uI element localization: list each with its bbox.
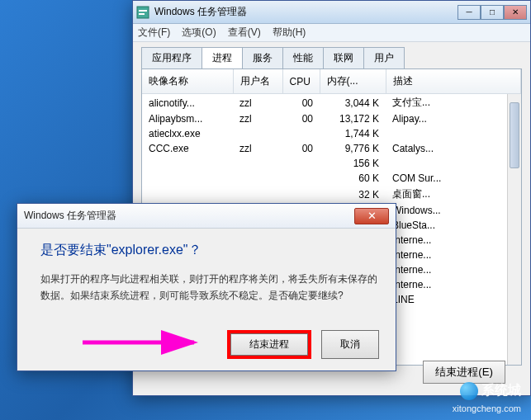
- watermark-brand: 系统城: [481, 383, 521, 397]
- svg-rect-0: [137, 7, 149, 18]
- titlebar[interactable]: Windows 任务管理器 ─ □ ✕: [133, 1, 530, 24]
- menu-file[interactable]: 文件(F): [138, 26, 170, 40]
- confirm-dialog: Windows 任务管理器 ✕ 是否要结束"explorer.exe"？ 如果打…: [17, 203, 396, 371]
- menubar: 文件(F) 选项(O) 查看(V) 帮助(H): [133, 24, 530, 42]
- app-icon: [136, 6, 149, 19]
- minimize-button[interactable]: ─: [458, 5, 481, 20]
- tab-processes[interactable]: 进程: [201, 47, 243, 68]
- col-description[interactable]: 描述: [386, 69, 521, 94]
- tab-networking[interactable]: 联网: [323, 47, 364, 68]
- menu-options[interactable]: 选项(O): [182, 26, 216, 40]
- col-image-name[interactable]: 映像名称: [142, 69, 233, 94]
- col-memory[interactable]: 内存(...: [320, 69, 386, 94]
- scrollbar[interactable]: [507, 94, 521, 365]
- table-row[interactable]: Alipaybsm...zzl0013,172 KAlipay...: [142, 111, 521, 126]
- svg-rect-2: [139, 13, 145, 15]
- confirm-end-process-button[interactable]: 结束进程: [230, 333, 308, 356]
- dialog-heading: 是否要结束"explorer.exe"？: [40, 242, 377, 259]
- scroll-thumb[interactable]: [510, 102, 519, 168]
- svg-rect-1: [139, 10, 147, 12]
- dialog-close-button[interactable]: ✕: [354, 208, 389, 224]
- tab-services[interactable]: 服务: [242, 47, 283, 68]
- col-user[interactable]: 用户名: [233, 69, 282, 94]
- dialog-titlebar[interactable]: Windows 任务管理器 ✕: [17, 204, 396, 229]
- watermark-url: xitongcheng.com: [453, 403, 521, 413]
- dialog-title-text: Windows 任务管理器: [24, 209, 354, 223]
- table-header-row: 映像名称 用户名 CPU 内存(... 描述: [142, 69, 521, 94]
- tab-users[interactable]: 用户: [363, 47, 405, 68]
- table-row[interactable]: atieclxx.exe1,744 K: [142, 126, 521, 141]
- col-cpu[interactable]: CPU: [282, 69, 320, 94]
- table-row[interactable]: 60 KCOM Sur...: [142, 171, 521, 186]
- menu-view[interactable]: 查看(V): [228, 26, 261, 40]
- highlight-box: 结束进程: [227, 330, 311, 359]
- tab-applications[interactable]: 应用程序: [141, 47, 202, 68]
- table-row[interactable]: 156 K: [142, 156, 521, 171]
- tab-performance[interactable]: 性能: [282, 47, 324, 68]
- titlebar-text: Windows 任务管理器: [154, 5, 458, 19]
- logo-icon: [460, 382, 478, 400]
- end-process-button[interactable]: 结束进程(E): [423, 361, 505, 384]
- tab-bar: 应用程序 进程 服务 性能 联网 用户: [133, 42, 530, 68]
- dialog-body-text: 如果打开的程序与此进程相关联，则打开的程序将关闭，将丢失所有未保存的数据。如果结…: [40, 271, 377, 304]
- menu-help[interactable]: 帮助(H): [273, 26, 306, 40]
- close-button[interactable]: ✕: [504, 5, 527, 20]
- table-row[interactable]: CCC.exezzl009,776 KCatalys...: [142, 141, 521, 156]
- maximize-button[interactable]: □: [481, 5, 504, 20]
- cancel-button[interactable]: 取消: [321, 330, 379, 359]
- table-row[interactable]: alicnotify...zzl003,044 K支付宝...: [142, 94, 521, 112]
- table-row[interactable]: 32 K桌面窗...: [142, 186, 521, 203]
- watermark: 系统城 xitongcheng.com: [453, 382, 521, 415]
